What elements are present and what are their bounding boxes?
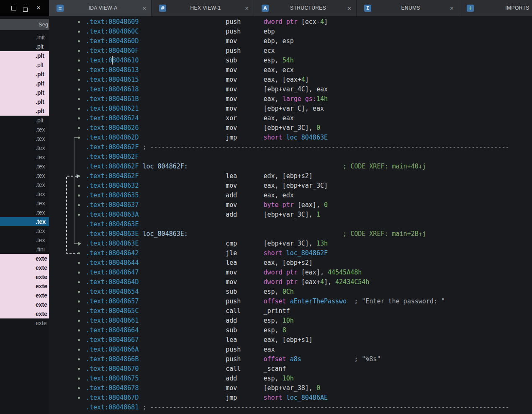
address[interactable]: .text:08048670	[86, 365, 139, 373]
disasm-line[interactable]: .text:0804863E loc_804863E: ; CODE XREF:…	[49, 229, 532, 239]
address[interactable]: .text:0804862D	[86, 134, 139, 141]
segment-item[interactable]: .plt	[0, 51, 49, 60]
label[interactable]: loc_804863E:	[142, 230, 188, 238]
address[interactable]: .text:0804861B	[86, 95, 139, 103]
disasm-line[interactable]: .text:08048618 mov [ebp+var_4C], eax	[49, 85, 532, 94]
segment-item[interactable]: exte	[0, 291, 49, 300]
disasm-line[interactable]: .text:08048675 add esp, 10h	[49, 374, 532, 383]
disasm-line[interactable]: .text:0804862F ; -----------------------…	[49, 142, 532, 152]
name-ref[interactable]: a8s	[290, 355, 301, 363]
disasm-line[interactable]: .text:0804862F lea edx, [ebp+s2]	[49, 171, 532, 181]
disasm-line[interactable]: .text:0804866B push offset a8s ; "%8s"	[49, 354, 532, 364]
disasm-line[interactable]: .text:0804865C call _printf	[49, 306, 532, 316]
disasm-line[interactable]: .text:08048621 mov [ebp+var_C], eax	[49, 104, 532, 114]
disasm-line[interactable]: .text:0804861B mov eax, large gs:14h	[49, 94, 532, 104]
segment-item[interactable]: .plt	[0, 116, 49, 125]
disasm-line[interactable]: .text:08048624 xor eax, eax	[49, 114, 532, 123]
disasm-line[interactable]: .text:0804863E	[49, 220, 532, 229]
label[interactable]: loc_804862F:	[142, 163, 188, 170]
tab-close-icon[interactable]: ×	[245, 5, 249, 11]
segment-item[interactable]: .plt	[0, 106, 49, 116]
float-icon[interactable]	[11, 6, 16, 10]
tab-hex-view-1[interactable]: #HEX VIEW-1×	[152, 0, 254, 16]
segment-item[interactable]: exte	[0, 254, 49, 263]
address[interactable]: .text:08048661	[86, 317, 139, 324]
disasm-line[interactable]: .text:08048664 sub esp, 8	[49, 326, 532, 335]
disasm-line[interactable]: .text:08048681 ; -----------------------…	[49, 403, 532, 412]
tab-close-icon[interactable]: ×	[450, 5, 454, 11]
address[interactable]: .text:08048654	[86, 288, 139, 295]
disasm-line[interactable]: .text:08048644 lea eax, [ebp+s2]	[49, 258, 532, 268]
segment-item[interactable]: .tex	[0, 199, 49, 208]
tab-close-icon[interactable]: ×	[347, 5, 351, 11]
address[interactable]: .text:08048621	[86, 105, 139, 112]
disasm-line[interactable]: .text:0804866A push eax	[49, 345, 532, 354]
disasm-line[interactable]: .text:0804863A add [ebp+var_3C], 1	[49, 210, 532, 220]
segment-item[interactable]: .tex	[0, 189, 49, 199]
tab-enums[interactable]: ΣENUMS×	[357, 0, 459, 16]
disasm-line[interactable]: .text:0804862D jmp short loc_804863E	[49, 133, 532, 142]
address[interactable]: .text:08048681	[86, 404, 139, 411]
address[interactable]: .text:0804862F	[86, 143, 139, 151]
segment-item[interactable]: .tex	[0, 153, 49, 162]
address[interactable]: .text:0804863E	[86, 220, 139, 228]
disasm-line[interactable]: .text:08048642 jle short loc_804862F	[49, 248, 532, 258]
tab-close-icon[interactable]: ×	[142, 5, 146, 11]
address[interactable]: .text:08048615	[86, 76, 139, 83]
disasm-line[interactable]: .text:0804864D mov dword ptr [eax+4], 42…	[49, 277, 532, 287]
segment-item[interactable]: .plt	[0, 60, 49, 70]
name-ref[interactable]: aEnterThePasswo	[290, 298, 347, 305]
address[interactable]: .text:0804860F	[86, 47, 139, 54]
segment-item[interactable]: .plt	[0, 88, 49, 97]
address[interactable]: .text:08048613	[86, 66, 139, 74]
address[interactable]: .text:08048675	[86, 375, 139, 382]
segment-item[interactable]: .tex	[0, 143, 49, 153]
disasm-line[interactable]: .text:0804860C push ebp	[49, 27, 532, 36]
disasm-line[interactable]: .text:08048632 mov eax, [ebp+var_3C]	[49, 181, 532, 191]
segment-item[interactable]: exte	[0, 318, 49, 328]
close-icon[interactable]: ×	[36, 5, 41, 11]
restore-icon[interactable]	[25, 6, 29, 10]
disasm-line[interactable]: .text:0804867D jmp short loc_80486AE	[49, 393, 532, 403]
address[interactable]: .text:0804867D	[86, 394, 139, 401]
disasm-line[interactable]: .text:08048637 mov byte ptr [eax], 0	[49, 200, 532, 210]
address[interactable]: .text:08048664	[86, 326, 139, 334]
segment-item[interactable]: .plt	[0, 42, 49, 51]
disasm-line[interactable]: .text:08048635 add eax, edx	[49, 191, 532, 200]
address[interactable]: .text:0804863E	[86, 230, 139, 238]
address[interactable]: .text:0804863E	[86, 240, 139, 247]
segment-item[interactable]: .tex	[0, 134, 49, 143]
address[interactable]: .text:08048618	[86, 85, 139, 93]
disasm-line[interactable]: .text:0804862F loc_804862F: ; CODE XREF:…	[49, 162, 532, 171]
disasm-line[interactable]: .text:08048678 mov [ebp+var_38], 0	[49, 383, 532, 393]
disasm-line[interactable]: .text:0804860F push ecx	[49, 46, 532, 56]
address[interactable]: .text:08048637	[86, 201, 139, 209]
segment-item[interactable]: .tex	[0, 208, 49, 217]
address[interactable]: .text:0804864D	[86, 278, 139, 286]
address[interactable]: .text:08048624	[86, 114, 139, 122]
address[interactable]: .text:0804860C	[86, 28, 139, 35]
disasm-line[interactable]: .text:08048609 push dword ptr [ecx-4]	[49, 17, 532, 27]
segment-item[interactable]: .fini	[0, 245, 49, 254]
address[interactable]: .text:08048632	[86, 182, 139, 189]
segment-item[interactable]: exte	[0, 263, 49, 272]
disasm-line[interactable]: .text:08048647 mov dword ptr [eax], 4454…	[49, 268, 532, 277]
address[interactable]: .text:0804866A	[86, 346, 139, 353]
segment-item[interactable]: .tex	[0, 171, 49, 180]
disasm-line[interactable]: .text:08048670 call _scanf	[49, 364, 532, 374]
segment-item[interactable]: .init	[0, 33, 49, 42]
name-ref[interactable]: loc_804863E	[286, 134, 328, 141]
segment-item[interactable]: .tex	[0, 235, 49, 245]
segment-item[interactable]: .plt	[0, 70, 49, 79]
disasm-line[interactable]: .text:08048667 lea eax, [ebp+s1]	[49, 335, 532, 345]
segment-item[interactable]: exte	[0, 300, 49, 309]
disasm-line[interactable]: .text:08048661 add esp, 10h	[49, 316, 532, 326]
address[interactable]: .text:0804862F	[86, 163, 139, 170]
tab-structures[interactable]: ASTRUCTURES×	[254, 0, 357, 16]
address[interactable]: .text:0804863A	[86, 211, 139, 218]
address[interactable]: .text:08048609	[86, 18, 139, 26]
segment-item[interactable]: exte	[0, 309, 49, 318]
address[interactable]: .text:0804862F	[86, 153, 139, 160]
segment-item[interactable]: .tex	[0, 162, 49, 171]
name-ref[interactable]: loc_80486AE	[286, 394, 328, 401]
